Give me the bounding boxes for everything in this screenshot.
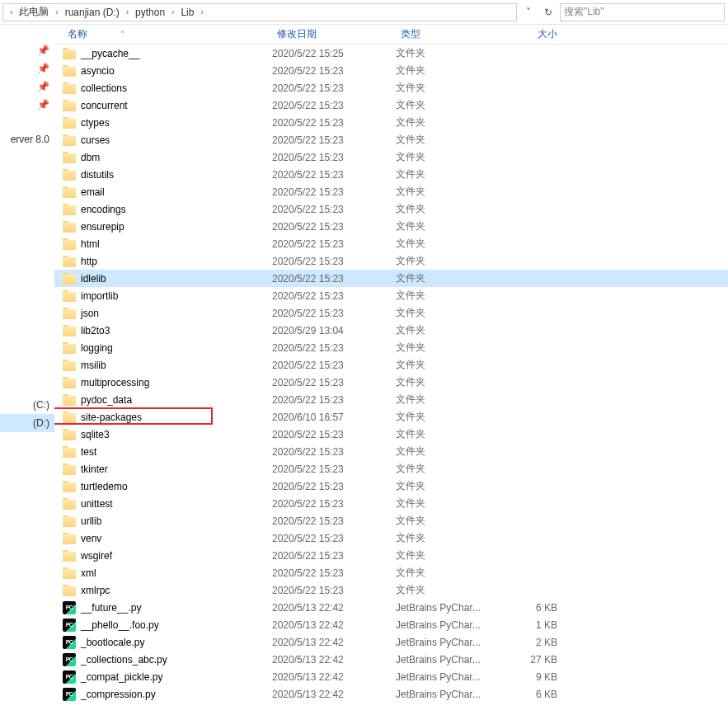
type-cell: 文件夹 <box>396 167 495 181</box>
list-item[interactable]: concurrent2020/5/22 15:23文件夹 <box>54 96 728 114</box>
file-name-cell: tkinter <box>63 463 272 475</box>
file-name-cell: unittest <box>63 498 272 510</box>
file-name-label: http <box>81 256 97 267</box>
folder-icon <box>63 446 76 458</box>
breadcrumb-item[interactable]: ruanjian (D:) <box>62 4 123 21</box>
type-cell: 文件夹 <box>396 237 495 251</box>
refresh-button[interactable]: ↻ <box>540 4 557 21</box>
sidebar-item-d-drive[interactable]: (D:) <box>0 414 54 432</box>
breadcrumb-item[interactable]: 此电脑 <box>16 4 52 21</box>
breadcrumb[interactable]: › 此电脑 › ruanjian (D:) › python › Lib › <box>2 3 517 21</box>
file-name-label: msilib <box>81 360 106 371</box>
list-item[interactable]: logging2020/5/22 15:23文件夹 <box>54 339 728 356</box>
type-cell: 文件夹 <box>396 445 495 459</box>
content-area: 📌 📌 📌 📌 erver 8.0 (C:) (D:) 名称 ˄ 修改日期 类型… <box>0 25 728 715</box>
list-item[interactable]: encodings2020/5/22 15:23文件夹 <box>54 200 728 218</box>
folder-icon <box>63 134 76 146</box>
list-item[interactable]: ctypes2020/5/22 15:23文件夹 <box>54 114 728 131</box>
modified-cell: 2020/6/10 16:57 <box>272 412 396 423</box>
list-item[interactable]: _collections_abc.py2020/5/13 22:42JetBra… <box>54 651 728 668</box>
quick-access-pin[interactable]: 📌 <box>0 59 54 78</box>
file-name-cell: ctypes <box>63 117 272 129</box>
list-item[interactable]: email2020/5/22 15:23文件夹 <box>54 183 728 200</box>
file-name-cell: concurrent <box>63 100 272 111</box>
address-bar: › 此电脑 › ruanjian (D:) › python › Lib › ˅… <box>0 0 728 25</box>
list-item[interactable]: lib2to32020/5/29 13:04文件夹 <box>54 322 728 339</box>
folder-icon <box>63 342 76 354</box>
quick-access-pin[interactable]: 📌 <box>0 78 54 96</box>
breadcrumb-item[interactable]: Lib <box>177 4 197 21</box>
file-name-label: ctypes <box>81 117 110 129</box>
list-item[interactable]: json2020/5/22 15:23文件夹 <box>54 304 728 322</box>
folder-icon <box>63 377 76 388</box>
history-dropdown-button[interactable]: ˅ <box>520 4 537 21</box>
column-header-size[interactable]: 大小 <box>495 25 577 44</box>
list-item[interactable]: unittest2020/5/22 15:23文件夹 <box>54 495 728 512</box>
list-item[interactable]: site-packages2020/6/10 16:57文件夹 <box>54 408 728 426</box>
list-item[interactable]: _bootlocale.py2020/5/13 22:42JetBrains P… <box>54 633 728 651</box>
list-item[interactable]: importlib2020/5/22 15:23文件夹 <box>54 287 728 304</box>
modified-cell: 2020/5/29 13:04 <box>272 325 396 336</box>
folder-icon <box>63 360 76 371</box>
list-item[interactable]: tkinter2020/5/22 15:23文件夹 <box>54 460 728 477</box>
folder-icon <box>63 481 76 492</box>
sidebar-item-server[interactable]: erver 8.0 <box>0 130 54 148</box>
size-cell: 2 KB <box>495 637 577 648</box>
file-name-label: multiprocessing <box>81 377 149 388</box>
quick-access-pin[interactable]: 📌 <box>0 96 54 114</box>
list-item[interactable]: _compat_pickle.py2020/5/13 22:42JetBrain… <box>54 668 728 685</box>
breadcrumb-item[interactable]: python <box>132 4 168 21</box>
list-item[interactable]: dbm2020/5/22 15:23文件夹 <box>54 148 728 166</box>
list-item[interactable]: pydoc_data2020/5/22 15:23文件夹 <box>54 391 728 408</box>
list-item[interactable]: _compression.py2020/5/13 22:42JetBrains … <box>54 685 728 703</box>
column-header-name[interactable]: 名称 ˄ <box>63 25 272 44</box>
chevron-right-icon: › <box>197 7 206 16</box>
modified-cell: 2020/5/22 15:23 <box>272 290 396 302</box>
file-name-cell: sqlite3 <box>63 429 272 440</box>
quick-access-pin[interactable]: 📌 <box>0 41 54 59</box>
modified-cell: 2020/5/22 15:23 <box>272 256 396 267</box>
search-input[interactable]: 搜索"Lib" <box>560 3 725 21</box>
list-item[interactable]: venv2020/5/22 15:23文件夹 <box>54 529 728 547</box>
list-item[interactable]: html2020/5/22 15:23文件夹 <box>54 235 728 252</box>
file-name-cell: urllib <box>63 515 272 527</box>
file-name-label: curses <box>81 134 110 146</box>
list-item[interactable]: urllib2020/5/22 15:23文件夹 <box>54 512 728 529</box>
file-list[interactable]: __pycache__2020/5/22 15:25文件夹asyncio2020… <box>54 45 728 715</box>
modified-cell: 2020/5/22 15:23 <box>272 273 396 285</box>
sidebar-item-c-drive[interactable]: (C:) <box>0 396 54 414</box>
list-item[interactable]: distutils2020/5/22 15:23文件夹 <box>54 166 728 183</box>
modified-cell: 2020/5/22 15:25 <box>272 48 396 59</box>
list-item[interactable]: __future__.py2020/5/13 22:42JetBrains Py… <box>54 599 728 616</box>
list-item[interactable]: test2020/5/22 15:23文件夹 <box>54 443 728 460</box>
folder-icon <box>63 550 76 562</box>
type-cell: 文件夹 <box>396 219 495 233</box>
file-name-cell: __phello__.foo.py <box>63 619 272 632</box>
type-cell: JetBrains PyChar... <box>396 689 495 700</box>
file-name-cell: json <box>63 308 272 319</box>
list-item[interactable]: xml2020/5/22 15:23文件夹 <box>54 564 728 581</box>
list-item[interactable]: sqlite32020/5/22 15:23文件夹 <box>54 426 728 443</box>
list-item[interactable]: collections2020/5/22 15:23文件夹 <box>54 79 728 96</box>
list-item[interactable]: xmlrpc2020/5/22 15:23文件夹 <box>54 581 728 599</box>
pycharm-file-icon <box>63 688 76 701</box>
list-item[interactable]: asyncio2020/5/22 15:23文件夹 <box>54 62 728 79</box>
file-name-cell: html <box>63 238 272 250</box>
column-header-type[interactable]: 类型 <box>396 25 495 44</box>
list-item[interactable]: http2020/5/22 15:23文件夹 <box>54 252 728 270</box>
type-cell: JetBrains PyChar... <box>396 671 495 683</box>
file-name-cell: turtledemo <box>63 481 272 492</box>
list-item[interactable]: msilib2020/5/22 15:23文件夹 <box>54 356 728 374</box>
list-item[interactable]: idlelib2020/5/22 15:23文件夹 <box>54 270 728 287</box>
modified-cell: 2020/5/13 22:42 <box>272 637 396 648</box>
list-item[interactable]: wsgiref2020/5/22 15:23文件夹 <box>54 547 728 564</box>
list-item[interactable]: multiprocessing2020/5/22 15:23文件夹 <box>54 374 728 391</box>
list-item[interactable]: turtledemo2020/5/22 15:23文件夹 <box>54 477 728 495</box>
list-item[interactable]: __phello__.foo.py2020/5/13 22:42JetBrain… <box>54 616 728 633</box>
list-item[interactable]: __pycache__2020/5/22 15:25文件夹 <box>54 45 728 62</box>
list-item[interactable]: ensurepip2020/5/22 15:23文件夹 <box>54 218 728 235</box>
list-item[interactable]: curses2020/5/22 15:23文件夹 <box>54 131 728 148</box>
type-cell: JetBrains PyChar... <box>396 602 495 614</box>
column-header-modified[interactable]: 修改日期 <box>272 25 396 44</box>
modified-cell: 2020/5/22 15:23 <box>272 238 396 250</box>
